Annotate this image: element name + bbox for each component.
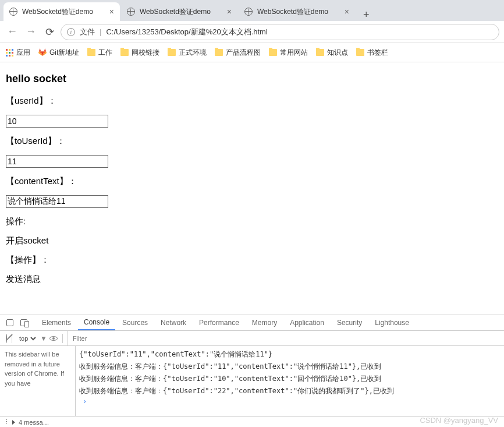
bookmark-label: 网校链接 [132, 48, 159, 58]
console-prompt[interactable]: › [79, 397, 501, 405]
globe-icon [127, 8, 135, 16]
tab-elements[interactable]: Elements [36, 315, 77, 330]
globe-icon [244, 8, 253, 16]
console-line: 收到服务端信息：客户端：{"toUserId":"22","contentTex… [79, 385, 501, 397]
browser-tab[interactable]: WebSocketd验证demo × [3, 2, 120, 21]
userid-input[interactable] [6, 115, 108, 128]
forward-button[interactable]: → [23, 24, 38, 40]
console-toolbar: top ▼ [0, 331, 504, 346]
bookmark-item[interactable]: 正式环境 [168, 48, 207, 58]
send-message-link[interactable]: 发送消息 [6, 274, 498, 285]
bookmark-item[interactable]: 网校链接 [120, 48, 159, 58]
reload-button[interactable]: ⟳ [42, 24, 57, 40]
folder-icon [120, 49, 129, 56]
console-output: {"toUserId":"11","contentText":"说个悄悄话给11… [76, 346, 504, 416]
label-operation: 操作: [6, 216, 498, 227]
tab-title: WebSocketd验证demo [140, 7, 225, 17]
tab-title: WebSocketd验证demo [22, 7, 107, 17]
gitlab-icon [38, 48, 47, 57]
bookmark-label: 应用 [16, 48, 30, 58]
open-socket-link[interactable]: 开启socket [6, 235, 498, 246]
apps-icon [6, 49, 13, 57]
tab-title: WebSocketd验证demo [257, 7, 342, 17]
separator: | [100, 27, 101, 36]
contenttext-input[interactable] [6, 195, 108, 208]
tab-console[interactable]: Console [78, 315, 115, 330]
eye-icon[interactable] [49, 336, 58, 341]
message-count[interactable]: 4 messa… [19, 419, 49, 426]
addr-scheme: 文件 [80, 27, 95, 37]
expand-icon[interactable] [12, 420, 15, 425]
address-url: C:/Users/13253/Desktop/新建%20文本文档.html [106, 27, 267, 37]
tab-sources[interactable]: Sources [116, 315, 154, 330]
browser-tab[interactable]: WebSocketd验证demo × [121, 2, 237, 21]
bookmark-label: 常用网站 [280, 48, 308, 58]
globe-icon [9, 8, 17, 16]
bookmark-item[interactable]: 书签栏 [356, 48, 388, 58]
devtools-panel: Elements Console Sources Network Perform… [0, 315, 504, 427]
bookmark-label: 知识点 [327, 48, 348, 58]
devtools-footer: ⋮ 4 messa… [0, 416, 504, 427]
console-line: {"toUserId":"11","contentText":"说个悄悄话给11… [79, 348, 501, 361]
tab-lighthouse[interactable]: Lighthouse [369, 315, 415, 330]
close-icon[interactable]: × [227, 7, 232, 16]
label-touserid: 【toUserId】： [6, 136, 498, 147]
close-icon[interactable]: × [345, 7, 349, 16]
folder-icon [269, 49, 277, 56]
filter-input[interactable] [68, 331, 501, 345]
page-content: hello socket 【userId】： 【toUserId】： 【cont… [0, 62, 504, 298]
info-icon[interactable]: i [67, 28, 75, 36]
back-button[interactable]: ← [5, 24, 20, 40]
page-title: hello socket [6, 73, 498, 85]
folder-icon [356, 49, 364, 56]
tab-network[interactable]: Network [155, 315, 192, 330]
devtools-tab-strip: Elements Console Sources Network Perform… [0, 315, 504, 331]
devtools-sidebar-note: This sidebar will be removed in a future… [0, 346, 76, 416]
address-bar[interactable]: i 文件 | C:/Users/13253/Desktop/新建%20文本文档.… [61, 24, 499, 40]
inspect-button[interactable] [3, 316, 16, 329]
bookmark-label: 产品流程图 [226, 48, 261, 58]
new-tab-button[interactable]: + [356, 9, 377, 21]
bookmark-item[interactable]: 常用网站 [269, 48, 308, 58]
label-contenttext: 【contentText】： [6, 176, 498, 187]
label-operation2: 【操作】： [6, 255, 498, 266]
folder-icon [87, 49, 95, 56]
touserid-input[interactable] [6, 155, 108, 168]
browser-tab-bar: WebSocketd验证demo × WebSocketd验证demo × We… [0, 0, 504, 21]
drawer-menu-icon[interactable]: ⋮ [3, 418, 9, 426]
close-icon[interactable]: × [109, 7, 114, 16]
nav-bar: ← → ⟳ i 文件 | C:/Users/13253/Desktop/新建%2… [0, 21, 504, 43]
browser-tab[interactable]: WebSocketd验证demo × [239, 2, 355, 21]
tab-application[interactable]: Application [284, 315, 330, 330]
apps-button[interactable]: 应用 [6, 48, 30, 58]
bookmark-label: 书签栏 [367, 48, 388, 58]
bookmark-label: 正式环境 [179, 48, 207, 58]
bookmark-label: Git新地址 [49, 48, 79, 58]
bookmark-item[interactable]: Git新地址 [38, 48, 79, 58]
bookmark-item[interactable]: 工作 [87, 48, 112, 58]
bookmark-bar: 应用 Git新地址 工作 网校链接 正式环境 产品流程图 常用网站 知识点 书签… [0, 43, 504, 62]
tab-memory[interactable]: Memory [246, 315, 283, 330]
clear-console-button[interactable] [6, 334, 7, 343]
tab-performance[interactable]: Performance [193, 315, 245, 330]
context-selector[interactable]: top [17, 334, 38, 343]
console-line: 收到服务端信息：客户端：{"toUserId":"11","contentTex… [79, 361, 501, 373]
device-toggle-button[interactable] [17, 316, 30, 329]
separator [62, 334, 63, 343]
folder-icon [215, 49, 223, 56]
folder-icon [316, 49, 324, 56]
bookmark-item[interactable]: 产品流程图 [215, 48, 261, 58]
tab-security[interactable]: Security [331, 315, 368, 330]
bookmark-item[interactable]: 知识点 [316, 48, 348, 58]
label-userid: 【userId】： [6, 96, 498, 107]
folder-icon [168, 49, 176, 56]
bookmark-label: 工作 [98, 48, 112, 58]
console-line: 收到服务端信息：客户端：{"toUserId":"10","contentTex… [79, 373, 501, 385]
